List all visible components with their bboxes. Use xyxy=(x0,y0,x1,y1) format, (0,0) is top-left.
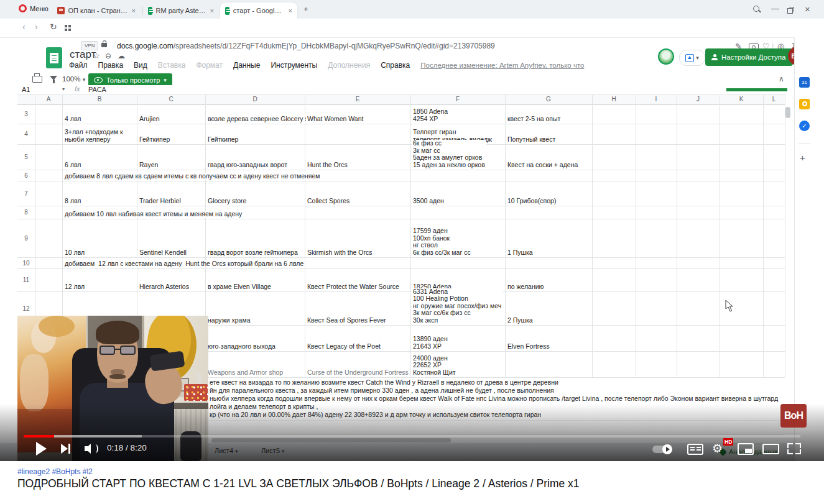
note-line: ньюби хелпера когда подошли впервые к не… xyxy=(210,395,778,402)
channel-watermark[interactable]: BoH xyxy=(780,404,807,428)
cell-C9: Sentinel Kendell xyxy=(138,219,188,257)
cell-F12: 6331 Adena 100 Healing Potion нг оружие … xyxy=(412,291,502,325)
opera-menu-label: Меню xyxy=(30,5,49,12)
add-addon-icon: + xyxy=(800,152,805,163)
cell-G4: Попутный квест xyxy=(506,124,557,144)
minimize-icon: — xyxy=(771,4,779,13)
close-icon: × xyxy=(805,4,810,14)
cell-B6: добиваем 8 лвл сдаем кв сдаем итемы с кв… xyxy=(63,170,322,181)
autoplay-toggle[interactable] xyxy=(652,446,671,453)
cell-B11: 12 лвл xyxy=(63,268,86,291)
progress-bar[interactable] xyxy=(24,435,800,438)
column-header-J: J xyxy=(677,96,720,103)
green-progress-strip xyxy=(726,88,787,91)
new-tab-button: + xyxy=(303,4,308,14)
play-button[interactable] xyxy=(36,442,47,456)
lock-icon xyxy=(101,43,107,47)
cell-F14: 24000 аден 22652 XP Костяной Щит xyxy=(412,351,457,377)
cell-C5: Rayen xyxy=(138,144,159,170)
row-header-3: 3 xyxy=(17,104,35,124)
cell-E12: Квест Sea of Spores Fever xyxy=(306,291,387,325)
volume-button[interactable] xyxy=(85,444,98,454)
cell-G7: 10 Грибов(спор) xyxy=(506,181,557,206)
fx-icon: fx xyxy=(75,85,80,93)
tab-close-icon: × xyxy=(210,7,214,14)
cell-E5: Hunt the Orcs xyxy=(306,144,349,170)
tasks-icon: ✓ xyxy=(799,121,810,131)
opera-menu-button: Меню xyxy=(19,4,49,12)
column-header-G: G xyxy=(505,96,592,103)
formula-value: РАСА xyxy=(88,86,106,93)
divider xyxy=(798,144,811,144)
hd-badge: HD xyxy=(723,438,733,446)
cell-B10: добиваем 12 лвл с квестами на адену Hunt… xyxy=(63,257,305,268)
browser-tab-strip: Меню — × ОП клан - Страница 15 - F×RM pa… xyxy=(0,0,824,19)
cell-B8: добиваем 10 лвл набивая квест итемы и ме… xyxy=(63,206,243,219)
collaborator-avatar xyxy=(658,48,674,65)
menu-item-инструменты: Инструменты xyxy=(271,61,317,70)
column-header-A: A xyxy=(35,96,62,103)
cell-D7: Glocery store xyxy=(206,181,248,206)
cell-C11: Hierarch Asterios xyxy=(138,268,190,291)
menu-item-вставка: Вставка xyxy=(158,61,186,70)
protected-icon: ⊖ xyxy=(105,52,111,60)
row-header-10: 10 xyxy=(17,257,35,268)
present-icon xyxy=(685,54,694,62)
cell-D9: гвард ворот возле гейткипера xyxy=(206,219,299,257)
cell-D5: гвард юго-западных ворот xyxy=(206,144,289,170)
column-header-K: K xyxy=(720,96,763,103)
cell-B3: 4 лвл xyxy=(63,104,82,124)
cell-G12: 2 Пушка xyxy=(506,291,534,325)
sheets-favicon xyxy=(225,7,229,15)
settings-gear-icon[interactable]: ⚙ xyxy=(712,441,723,455)
browser-search-icon xyxy=(752,5,761,16)
cell-B7: 8 лвл xyxy=(63,181,82,206)
forum-favicon xyxy=(57,7,65,14)
menu-item-файл: Файл xyxy=(69,61,88,70)
column-header-H: H xyxy=(592,96,636,103)
cell-G5: Квест на соски + адена xyxy=(506,144,579,170)
cell-G11: по желанию xyxy=(506,268,545,291)
cell-B4: 3+лвл +подходим к ньюби хелперу xyxy=(63,124,124,144)
cell-F5: 6к физ сс 3к маг сс 5аден за амулет орко… xyxy=(412,144,486,170)
miniplayer-button[interactable] xyxy=(738,443,754,455)
menu-item-дополнения: Дополнения xyxy=(328,61,370,70)
eye-icon xyxy=(94,77,103,83)
browser-tab: RM party Asterka - Googl× xyxy=(143,2,219,19)
mouse-cursor xyxy=(725,300,734,312)
theater-button[interactable] xyxy=(762,444,779,454)
menu-item-правка: Правка xyxy=(98,61,124,70)
column-header-D: D xyxy=(205,96,305,103)
cell-E11: Квест Protect the Water Source xyxy=(306,268,400,291)
name-box: A1 xyxy=(22,86,30,93)
cell-F7: 3500 аден xyxy=(412,181,445,206)
cell-B5: 6 лвл xyxy=(63,144,82,170)
hashtag-links[interactable]: #lineage2 #BoHpts #l2 xyxy=(17,467,93,476)
next-button[interactable] xyxy=(61,444,71,454)
url-text: docs.google.com/spreadsheets/d/12ZFqFT4d… xyxy=(117,42,495,50)
column-header-L: L xyxy=(763,96,785,103)
video-player[interactable]: Меню — × ОП клан - Страница 15 - F×RM pa… xyxy=(0,0,824,461)
sheets-favicon xyxy=(148,7,152,15)
vertical-scrollbar xyxy=(785,107,790,118)
tab-close-icon: × xyxy=(289,7,292,14)
menu-item-вид: Вид xyxy=(134,61,147,70)
tab-close-icon: × xyxy=(132,7,136,14)
sheets-logo-icon xyxy=(46,47,62,68)
menu-item-данные: Данные xyxy=(233,61,260,70)
time-display: 0:18 / 8:20 xyxy=(107,443,147,452)
keep-icon xyxy=(799,99,810,109)
star-icon: ☆ xyxy=(93,52,100,60)
cell-D13: юго-западного выхода xyxy=(206,325,277,351)
filter-icon xyxy=(50,76,57,80)
glasses xyxy=(100,346,137,355)
fullscreen-button[interactable] xyxy=(787,443,801,454)
cell-G13: Elven Fortress xyxy=(506,325,551,351)
present-button: ▾ xyxy=(679,50,705,66)
subtitles-button[interactable] xyxy=(687,444,703,455)
cell-E14: Curse of the Underground Fortress xyxy=(306,351,410,377)
restore-icon xyxy=(787,6,794,15)
browser-address-bar: ‹ › ↻ VPN docs.google.com/spreadsheets/d… xyxy=(0,19,824,38)
browser-tab: старт - Google Таблицы× xyxy=(220,2,297,19)
cell-D11: в храме Elven Village xyxy=(206,268,272,291)
